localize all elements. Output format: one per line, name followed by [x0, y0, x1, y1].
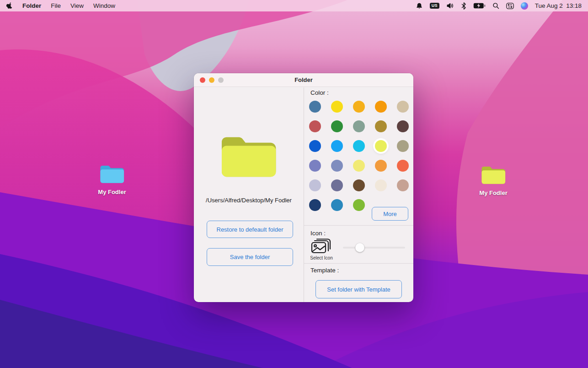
window-titlebar[interactable]: Folder [194, 73, 413, 87]
folder-path-text: /Users/Alfred/Desktop/My Fodler [194, 197, 304, 204]
notification-bell-icon[interactable] [416, 2, 423, 10]
more-colors-button[interactable]: More [372, 207, 408, 221]
zoom-window-button[interactable] [218, 77, 224, 83]
select-icon-label: Select Icon [304, 255, 339, 260]
color-swatch-sage[interactable] [353, 120, 365, 132]
section-divider [304, 263, 413, 264]
color-swatch-yellow[interactable] [331, 101, 343, 113]
select-icon-button[interactable] [311, 238, 331, 254]
siri-icon[interactable] [521, 2, 528, 10]
color-swatch-light-orange[interactable] [375, 160, 387, 172]
spotlight-search-icon[interactable] [492, 2, 499, 10]
color-swatch-periwinkle[interactable] [309, 160, 321, 172]
desktop-icon-my-fodler-right[interactable]: My Fodler [471, 164, 516, 196]
input-source-badge[interactable]: US [430, 2, 439, 10]
icon-size-slider[interactable] [343, 243, 405, 252]
color-section-label: Color : [310, 89, 329, 96]
volume-icon[interactable] [446, 2, 454, 10]
folder-app-window: Folder /Users/Alfred/Desktop/My Fodler R… [194, 73, 413, 302]
color-swatch-coral[interactable] [397, 160, 409, 172]
color-swatch-green[interactable] [331, 120, 343, 132]
traffic-lights [200, 77, 224, 83]
desktop: Folder File View Window US [0, 0, 588, 368]
set-folder-with-template-button[interactable]: Set folder with Template [315, 280, 402, 298]
color-swatch-yellow-green[interactable] [375, 140, 387, 152]
desktop-icon-my-fodler-left[interactable]: My Fodler [90, 163, 134, 195]
color-swatch-royal-blue[interactable] [309, 140, 321, 152]
folder-options-pane: Color : More Icon : Select Icon [304, 87, 413, 302]
color-swatch-brick-red[interactable] [309, 120, 321, 132]
color-swatch-grid [309, 101, 409, 211]
blue-folder-icon [99, 163, 125, 184]
color-swatch-cyan[interactable] [353, 140, 365, 152]
bluetooth-icon[interactable] [461, 2, 466, 10]
color-swatch-slate-purple[interactable] [331, 179, 343, 191]
close-window-button[interactable] [200, 77, 205, 83]
color-swatch-pale-yellow[interactable] [353, 160, 365, 172]
folder-preview-pane: /Users/Alfred/Desktop/My Fodler Restore … [194, 87, 304, 302]
minimize-window-button[interactable] [209, 77, 214, 83]
color-swatch-amber[interactable] [353, 101, 365, 113]
color-swatch-navy[interactable] [309, 199, 321, 211]
color-swatch-steel-blue[interactable] [309, 101, 321, 113]
color-swatch-brown[interactable] [353, 179, 365, 191]
slider-track [343, 247, 405, 249]
color-swatch-ocean-blue[interactable] [331, 199, 343, 211]
color-swatch-khaki[interactable] [397, 140, 409, 152]
menubar-clock[interactable]: Tue Aug 2 13:18 [535, 2, 582, 9]
save-folder-button[interactable]: Save the folder [207, 248, 293, 266]
color-swatch-dark-gold[interactable] [375, 120, 387, 132]
color-swatch-apple-green[interactable] [353, 199, 365, 211]
template-section-label: Template : [310, 267, 339, 274]
menu-view[interactable]: View [70, 2, 84, 9]
desktop-icon-label: My Fodler [479, 189, 507, 196]
apple-menu-icon[interactable] [6, 2, 13, 10]
folder-preview-icon [218, 132, 279, 180]
icon-section-label: Icon : [310, 230, 326, 237]
color-swatch-rosy-brown[interactable] [397, 179, 409, 191]
battery-icon[interactable] [473, 2, 486, 10]
desktop-icon-label: My Fodler [98, 189, 126, 195]
color-swatch-azure[interactable] [331, 140, 343, 152]
slider-thumb[interactable] [355, 243, 364, 252]
color-swatch-cream[interactable] [375, 179, 387, 191]
menu-window[interactable]: Window [93, 2, 115, 9]
color-swatch-orange[interactable] [375, 101, 387, 113]
section-divider [304, 225, 413, 226]
restore-default-folder-button[interactable]: Restore to defeault folder [207, 221, 293, 238]
color-swatch-slate-blue[interactable] [331, 160, 343, 172]
window-title: Folder [194, 76, 413, 83]
color-swatch-dark-brown[interactable] [397, 120, 409, 132]
control-center-icon[interactable] [506, 2, 514, 10]
yellow-folder-icon [480, 164, 507, 185]
menu-file[interactable]: File [51, 2, 61, 9]
window-body: /Users/Alfred/Desktop/My Fodler Restore … [194, 87, 413, 302]
color-swatch-tan[interactable] [397, 101, 409, 113]
menu-bar: Folder File View Window US [0, 0, 588, 11]
menubar-app-title[interactable]: Folder [22, 2, 41, 9]
color-swatch-lavender-gray[interactable] [309, 179, 321, 191]
